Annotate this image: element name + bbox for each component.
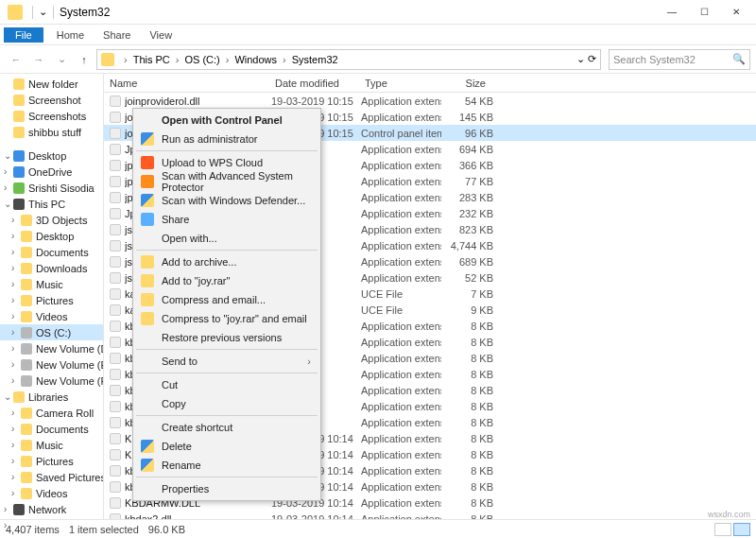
file-icon xyxy=(110,481,121,493)
sidebar-item[interactable]: Pictures xyxy=(0,453,103,469)
nav-bar: ← → ⌄ ↑ › This PC › OS (C:) › Windows › … xyxy=(0,45,756,74)
context-menu-item[interactable]: Run as administrator xyxy=(135,130,318,148)
context-menu-item[interactable]: Copy xyxy=(135,394,318,413)
sidebar-item[interactable]: Network xyxy=(0,501,103,517)
details-view-button[interactable] xyxy=(714,523,731,536)
sidebar-item[interactable]: Documents xyxy=(0,244,103,260)
sidebar-item[interactable]: OneDrive xyxy=(0,164,103,180)
sidebar-item[interactable]: New Volume (D xyxy=(0,340,103,356)
context-menu-item[interactable]: Rename xyxy=(135,456,318,475)
view-tab[interactable]: View xyxy=(140,27,181,43)
chevron-right-icon[interactable]: › xyxy=(283,54,286,65)
breadcrumb-item[interactable]: System32 xyxy=(292,54,338,65)
context-menu-item[interactable]: Scan with Windows Defender... xyxy=(135,191,318,210)
sidebar-item[interactable]: Screenshot xyxy=(0,92,103,108)
file-type: Application extens... xyxy=(361,337,441,348)
large-icons-view-button[interactable] xyxy=(733,523,750,536)
column-size[interactable]: Size xyxy=(439,78,491,89)
file-name: joinproviderol.dll xyxy=(125,95,271,107)
sidebar-item[interactable]: Videos xyxy=(0,485,103,501)
up-button[interactable]: ↑ xyxy=(74,49,94,70)
home-tab[interactable]: Home xyxy=(47,27,94,43)
sidebar-item[interactable]: OS (C:) xyxy=(0,324,103,340)
context-menu-item[interactable]: Properties xyxy=(135,479,318,498)
sidebar-item-label: Screenshot xyxy=(28,95,81,106)
context-menu-item[interactable]: Send to› xyxy=(135,352,318,371)
context-menu-item[interactable]: Compress to "joy.rar" and email xyxy=(135,309,318,328)
context-menu-item[interactable]: Add to "joy.rar" xyxy=(135,271,318,290)
context-menu-item[interactable]: Open with Control Panel xyxy=(135,111,318,130)
sidebar-item[interactable]: shibbu stuff xyxy=(0,124,103,140)
sidebar-item[interactable]: New Volume (F xyxy=(0,373,103,389)
chevron-right-icon[interactable]: › xyxy=(124,54,128,65)
context-menu-item[interactable]: Scan with Advanced System Protector xyxy=(135,172,318,191)
folder-icon xyxy=(101,53,114,66)
folder-icon xyxy=(21,215,32,226)
sidebar-item[interactable]: Documents xyxy=(0,421,103,437)
context-menu-item[interactable]: Add to archive... xyxy=(135,252,318,271)
file-size: 7 KB xyxy=(441,288,493,300)
sidebar-item-label: Network xyxy=(28,504,66,515)
breadcrumb-item[interactable]: Windows xyxy=(234,54,277,65)
back-button[interactable]: ← xyxy=(6,49,26,70)
menu-separator xyxy=(136,150,318,151)
file-row[interactable]: kbdax2.dll19-03-2019 10:14Application ex… xyxy=(104,511,756,519)
context-menu-item[interactable]: Create shortcut xyxy=(135,418,318,437)
maximize-button[interactable]: ☐ xyxy=(688,2,720,23)
column-name[interactable]: Name xyxy=(104,78,269,89)
navigation-pane[interactable]: New folderScreenshotScreenshotsshibbu st… xyxy=(0,74,104,519)
sidebar-item[interactable]: This PC xyxy=(0,196,103,212)
breadcrumb-item[interactable]: OS (C:) xyxy=(184,54,219,65)
forward-button[interactable]: → xyxy=(28,49,49,70)
sidebar-item[interactable]: Desktop xyxy=(0,228,103,244)
menu-item-label: Run as administrator xyxy=(162,133,258,145)
chevron-right-icon[interactable]: › xyxy=(226,54,230,65)
sidebar-item[interactable]: New Volume (E xyxy=(0,356,103,373)
file-icon xyxy=(110,497,121,509)
context-menu-item[interactable]: Delete xyxy=(135,437,318,456)
sidebar-item[interactable]: 3D Objects xyxy=(0,212,103,228)
sidebar-item[interactable]: Music xyxy=(0,276,103,292)
column-date[interactable]: Date modified xyxy=(269,78,359,89)
sidebar-item[interactable]: Saved Pictures xyxy=(0,469,103,485)
context-menu-item[interactable]: Restore previous versions xyxy=(135,328,318,347)
sidebar-item-label: New Volume (D xyxy=(36,343,104,355)
search-icon[interactable]: 🔍 xyxy=(732,53,746,65)
menu-item-label: Compress and email... xyxy=(162,294,266,305)
column-type[interactable]: Type xyxy=(359,78,439,89)
chevron-right-icon[interactable]: › xyxy=(176,54,180,65)
breadcrumb-item[interactable]: This PC xyxy=(133,54,170,65)
minimize-button[interactable]: — xyxy=(656,2,688,23)
sidebar-item[interactable]: Control Panel xyxy=(0,517,103,519)
file-icon xyxy=(110,417,121,428)
quick-access-down-icon[interactable]: ⌄ xyxy=(39,6,47,18)
sidebar-item[interactable]: New folder xyxy=(0,76,103,92)
sidebar-item[interactable]: Videos xyxy=(0,308,103,324)
context-menu-item[interactable]: Upload to WPS Cloud xyxy=(135,153,318,172)
sidebar-item-label: Music xyxy=(36,279,63,290)
sidebar-item[interactable]: Pictures xyxy=(0,292,103,308)
file-type: Application extens... xyxy=(361,112,441,123)
share-tab[interactable]: Share xyxy=(94,27,140,43)
file-icon xyxy=(110,112,121,123)
sidebar-item[interactable]: Camera Roll xyxy=(0,405,103,421)
sidebar-item[interactable]: Screenshots xyxy=(0,108,103,124)
file-tab[interactable]: File xyxy=(4,27,43,43)
context-menu-item[interactable]: Cut xyxy=(135,375,318,394)
sidebar-item[interactable]: Desktop xyxy=(0,148,103,164)
file-row[interactable]: joinproviderol.dll19-03-2019 10:15Applic… xyxy=(104,93,756,109)
sidebar-item[interactable]: Downloads xyxy=(0,260,103,276)
sidebar-item[interactable]: Srishti Sisodia xyxy=(0,180,103,196)
recent-locations-button[interactable]: ⌄ xyxy=(51,49,72,70)
address-bar[interactable]: › This PC › OS (C:) › Windows › System32… xyxy=(96,49,601,70)
context-menu-item[interactable]: Open with... xyxy=(135,229,318,248)
context-menu-item[interactable]: Share xyxy=(135,210,318,229)
sidebar-item[interactable]: Libraries xyxy=(0,389,103,405)
sidebar-item[interactable]: Music xyxy=(0,437,103,453)
close-button[interactable]: ✕ xyxy=(720,2,752,23)
sidebar-item-label: 3D Objects xyxy=(36,215,87,226)
context-menu-item[interactable]: Compress and email... xyxy=(135,290,318,309)
search-input[interactable]: Search System32 🔍 xyxy=(609,49,750,70)
refresh-button[interactable]: ⌄ ⟳ xyxy=(576,53,596,65)
file-size: 823 KB xyxy=(441,224,493,235)
